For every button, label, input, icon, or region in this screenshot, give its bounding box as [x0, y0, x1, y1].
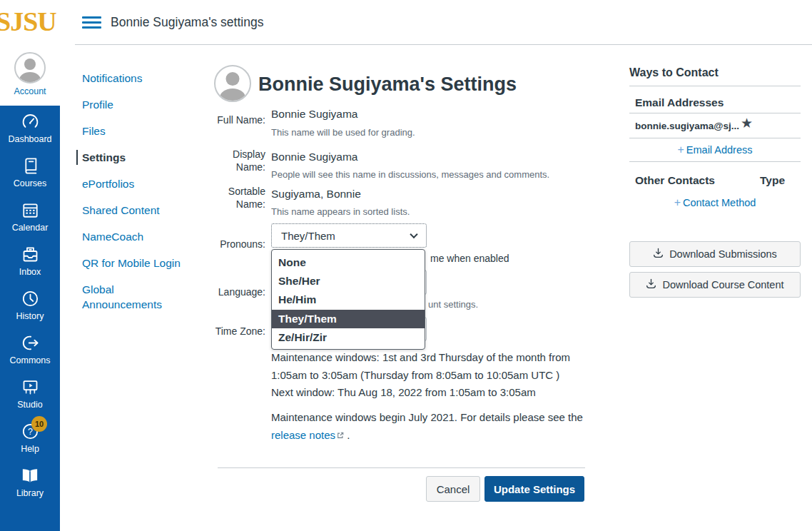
pronoun-option-she-her[interactable]: She/Her [272, 272, 425, 290]
sidebar-item-label: History [16, 311, 44, 321]
page-title: Bonnie Sugiyama's settings [111, 0, 263, 44]
profile-avatar[interactable] [214, 65, 251, 102]
history-icon [21, 289, 40, 308]
maintenance-note: Maintenance windows begin July 2021. For… [271, 409, 594, 444]
sidebar-item-inbox[interactable]: Inbox [0, 238, 60, 283]
sidebar-item-label: Help [21, 444, 39, 454]
divider [629, 138, 801, 138]
pronouns-dropdown-menu: None She/Her He/Him They/Them Ze/Hir/Zir [271, 249, 425, 350]
global-nav: SJSU Account Dashboard Courses [0, 0, 60, 531]
update-settings-button[interactable]: Update Settings [484, 476, 584, 502]
settings-nav-qr-mobile-login[interactable]: QR for Mobile Login [76, 256, 203, 270]
full-name-hint: This name will be used for grading. [271, 127, 415, 138]
pronoun-option-he-him[interactable]: He/Him [272, 290, 425, 309]
download-course-content-label: Download Course Content [662, 279, 783, 290]
divider [629, 86, 801, 86]
sidebar-item-commons[interactable]: Commons [0, 327, 60, 371]
pronoun-option-ze-hir-zir[interactable]: Ze/Hir/Zir [272, 328, 425, 347]
header-divider [75, 44, 812, 45]
pronoun-option-they-them[interactable]: They/Them [272, 310, 425, 328]
download-submissions-label: Download Submissions [669, 248, 777, 260]
download-icon [646, 278, 656, 291]
settings-nav-namecoach[interactable]: NameCoach [76, 229, 203, 244]
courses-icon [21, 156, 40, 176]
add-email-label: Email Address [686, 144, 753, 156]
full-name-label: Full Name: [214, 113, 265, 126]
help-count-badge: 10 [31, 416, 47, 432]
settings-main: Bonnie Sugiyama's Settings Full Name: Bo… [214, 61, 617, 517]
global-nav-top: SJSU Account [0, 0, 60, 106]
sjsu-logo: SJSU [0, 6, 56, 37]
sidebar-item-label: Library [16, 488, 44, 498]
pronouns-select-value: They/Them [281, 230, 335, 242]
settings-nav-shared-content[interactable]: Shared Content [76, 203, 203, 218]
email-address-value[interactable]: bonnie.sugiyama@sj... [635, 121, 739, 131]
display-name-hint: People will see this name in discussions… [271, 169, 549, 180]
sidebar-item-calendar[interactable]: Calendar [0, 194, 60, 238]
other-contacts-heading: Other Contacts [635, 174, 715, 187]
form-divider [218, 467, 585, 468]
pronouns-hint-fragment: me when enabled [430, 253, 509, 264]
inbox-icon [21, 245, 40, 264]
hamburger-menu-icon[interactable] [82, 16, 101, 31]
download-icon [653, 248, 664, 261]
settings-nav-files[interactable]: Files [76, 123, 203, 138]
sidebar-item-label: Inbox [19, 267, 41, 277]
library-icon [20, 465, 40, 485]
brand-logo[interactable]: SJSU [0, 0, 60, 43]
svg-text:?: ? [28, 427, 33, 437]
maintenance-note-text: Maintenance windows begin July 2021. For… [271, 411, 583, 423]
sidebar-item-history[interactable]: History [0, 283, 60, 327]
settings-nav-profile[interactable]: Profile [76, 97, 203, 112]
settings-nav-global-announcements[interactable]: Global Announcements [76, 282, 169, 312]
release-notes-link[interactable]: release notes [271, 429, 335, 441]
contact-panel-title: Ways to Contact [629, 66, 719, 79]
download-submissions-button[interactable]: Download Submissions [629, 241, 801, 267]
full-name-value: Bonnie Sugiyama [271, 108, 358, 121]
settings-nav-settings[interactable]: Settings [76, 150, 203, 165]
calendar-icon [21, 201, 40, 220]
sidebar-item-courses[interactable]: Courses [0, 150, 60, 194]
add-contact-method-link[interactable]: +Contact Method [629, 196, 801, 209]
commons-icon [21, 333, 40, 353]
sidebar-item-label: Commons [10, 355, 51, 365]
add-email-address-link[interactable]: +Email Address [629, 143, 801, 156]
settings-nav-eportfolios[interactable]: ePortfolios [76, 176, 203, 191]
sidebar-item-studio[interactable]: Studio [0, 371, 60, 415]
maintenance-note-suffix: . [344, 429, 350, 441]
type-column-heading: Type [760, 174, 785, 187]
dashboard-icon [21, 112, 40, 131]
divider [629, 161, 801, 162]
display-name-value: Bonnie Sugiyama [271, 151, 358, 163]
language-label: Language: [214, 285, 265, 298]
time-zone-label: Time Zone: [214, 325, 265, 338]
default-email-star-icon[interactable]: ★ [741, 115, 753, 131]
chevron-down-icon [410, 231, 417, 238]
sortable-name-hint: This name appears in sorted lists. [271, 206, 410, 217]
cancel-button[interactable]: Cancel [426, 476, 480, 502]
email-addresses-heading: Email Addresses [635, 96, 724, 109]
top-bar: Bonnie Sugiyama's settings [60, 0, 812, 45]
sortable-name-label: Sortable Name: [214, 185, 265, 211]
sidebar-item-help[interactable]: ? 10 Help [0, 415, 60, 460]
sidebar-item-label: Studio [17, 400, 42, 410]
studio-icon [21, 378, 40, 397]
pronouns-select[interactable]: They/Them [271, 223, 427, 248]
settings-heading: Bonnie Sugiyama's Settings [258, 74, 517, 96]
sidebar-item-account[interactable]: Account [0, 43, 60, 106]
sidebar-item-library[interactable]: Library [0, 460, 60, 504]
maintenance-window-info: Maintenance windows: 1st and 3rd Thursda… [271, 349, 594, 402]
pronoun-option-none[interactable]: None [272, 253, 425, 272]
sidebar-item-dashboard[interactable]: Dashboard [0, 106, 60, 150]
plus-icon: + [677, 143, 684, 156]
language-hint-fragment: unt settings. [428, 299, 478, 310]
external-link-icon [337, 427, 344, 445]
display-name-label: Display Name: [214, 148, 265, 173]
maintenance-line2: Next window: Thu Aug 18, 2022 from 1:05a… [271, 384, 594, 402]
sortable-name-value: Sugiyama, Bonnie [271, 188, 361, 201]
settings-nav-notifications[interactable]: Notifications [76, 71, 203, 86]
download-course-content-button[interactable]: Download Course Content [629, 272, 801, 298]
add-contact-label: Contact Method [683, 197, 756, 208]
account-label: Account [14, 86, 46, 96]
maintenance-line1: Maintenance windows: 1st and 3rd Thursda… [271, 351, 570, 381]
